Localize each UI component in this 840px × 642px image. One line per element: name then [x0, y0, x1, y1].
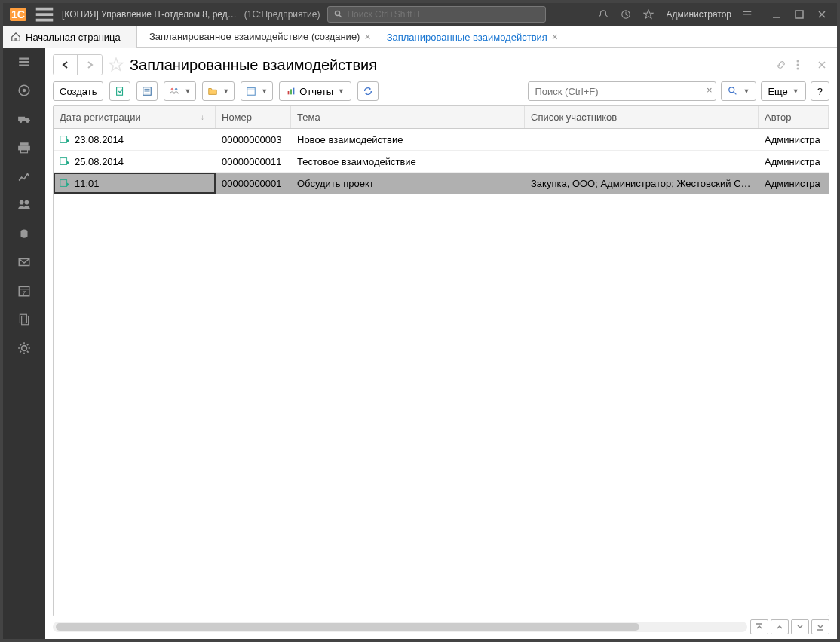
link-icon[interactable] [775, 59, 787, 71]
app-title: [КОПИЯ] Управление IT-отделом 8, ред… [62, 9, 237, 20]
cell-subject: Новое взаимодействие [291, 134, 525, 145]
help-label: ? [817, 86, 823, 97]
sidebar-gear-icon[interactable] [17, 341, 32, 356]
user-name[interactable]: Администратор [666, 9, 731, 20]
svg-rect-26 [288, 91, 290, 94]
svg-point-11 [25, 200, 29, 205]
tab-close-icon[interactable]: × [552, 31, 558, 43]
scroll-up-button[interactable] [771, 619, 789, 634]
main-menu-icon[interactable] [33, 3, 56, 26]
svg-rect-7 [20, 142, 28, 146]
col-subject[interactable]: Тема [291, 106, 525, 128]
sidebar-copy-icon[interactable] [17, 312, 32, 327]
folder-button[interactable]: ▼ [202, 81, 235, 101]
scroll-down-button[interactable] [791, 619, 809, 634]
scroll-top-button[interactable] [750, 619, 768, 634]
global-search[interactable] [327, 6, 546, 23]
sidebar-target-icon[interactable] [17, 83, 32, 98]
cell-date: 11:01 [54, 173, 216, 194]
page-title: Запланированные взаимодействия [130, 57, 377, 74]
search-input[interactable] [528, 81, 716, 101]
col-participants[interactable]: Список участников [525, 106, 759, 128]
cell-date: 23.08.2014 [54, 134, 216, 145]
star-icon[interactable] [643, 9, 655, 20]
tab-label: Запланированное взаимодействие (создание… [149, 31, 360, 42]
col-number[interactable]: Номер [216, 106, 291, 128]
more-dots-icon[interactable] [796, 59, 808, 71]
col-author[interactable]: Автор [759, 106, 829, 128]
history-icon[interactable] [621, 9, 633, 20]
table-body: 23.08.2014 00000000003 Новое взаимодейст… [54, 129, 829, 616]
sidebar-mail-icon[interactable] [17, 255, 32, 270]
svg-point-29 [729, 87, 734, 93]
sidebar-calendar-icon[interactable]: 7 [17, 283, 32, 298]
sync-button[interactable] [357, 81, 379, 101]
page-header: Запланированные взаимодействия [53, 54, 829, 75]
table-header: Дата регистрации↓ Номер Тема Список учас… [54, 106, 829, 129]
tab-item-2[interactable]: Запланированные взаимодействия × [379, 25, 566, 47]
search-button[interactable]: ▼ [721, 81, 756, 101]
date-button[interactable]: ▼ [241, 81, 273, 101]
forward-button[interactable] [78, 55, 102, 75]
col-date[interactable]: Дата регистрации↓ [54, 106, 216, 128]
logo: 1С [3, 8, 33, 21]
svg-point-10 [20, 200, 24, 205]
sidebar-money-icon[interactable] [17, 226, 32, 241]
sidebar-users-icon[interactable] [17, 197, 32, 212]
sidebar-chart-icon[interactable] [17, 169, 32, 184]
minimize-icon[interactable] [772, 10, 784, 19]
users-button[interactable]: ▼ [164, 81, 196, 101]
app-subtitle: (1С:Предприятие) [244, 9, 320, 20]
svg-point-19 [797, 64, 799, 66]
create-button[interactable]: Создать [53, 81, 103, 101]
table-row[interactable]: 11:01 00000000001 Обсудить проект Закупк… [54, 173, 829, 194]
cell-subject: Тестовое взаимодействие [291, 156, 525, 167]
sidebar-truck-icon[interactable] [17, 112, 32, 127]
toolbar: Создать ▼ ▼ ▼ Отчеты▼ × ▼ Еще▼ ? [53, 81, 829, 101]
horizontal-scrollbar[interactable] [53, 622, 747, 632]
refresh-button[interactable] [109, 81, 130, 101]
list-view-button[interactable] [136, 81, 158, 101]
page-close-icon[interactable] [817, 60, 829, 69]
favorite-star-icon[interactable] [109, 57, 124, 72]
tab-item-1[interactable]: Запланированное взаимодействие (создание… [142, 26, 379, 47]
svg-point-5 [20, 121, 22, 123]
cell-number: 00000000003 [216, 134, 291, 145]
svg-rect-30 [60, 136, 67, 143]
global-search-input[interactable] [347, 9, 460, 20]
cell-participants: Закупка, ООО; Администратор; Жестовский … [525, 178, 759, 189]
search-box: × [528, 81, 716, 101]
sort-icon: ↓ [201, 113, 204, 121]
more-label: Еще [768, 86, 787, 97]
scroll-bottom-button[interactable] [811, 619, 829, 634]
sidebar-list-icon[interactable] [17, 54, 32, 69]
svg-point-17 [22, 346, 27, 351]
sidebar-print-icon[interactable] [17, 140, 32, 155]
home-tab[interactable]: Начальная страница [3, 26, 137, 48]
maximize-icon[interactable] [795, 10, 807, 19]
settings-lines-icon[interactable] [742, 9, 754, 20]
more-button[interactable]: Еще▼ [761, 81, 805, 101]
table-row[interactable]: 25.08.2014 00000000011 Тестовое взаимоде… [54, 151, 829, 173]
svg-rect-21 [117, 87, 123, 96]
reports-label: Отчеты [299, 86, 333, 97]
svg-point-0 [336, 11, 340, 16]
svg-rect-25 [247, 88, 256, 96]
titlebar: 1С [КОПИЯ] Управление IT-отделом 8, ред…… [3, 3, 837, 26]
tab-label: Запланированные взаимодействия [387, 32, 547, 43]
svg-rect-28 [293, 88, 295, 95]
reports-button[interactable]: Отчеты▼ [279, 81, 351, 101]
svg-rect-2 [796, 11, 803, 18]
svg-rect-27 [290, 89, 292, 94]
create-label: Создать [60, 86, 97, 97]
tab-close-icon[interactable]: × [364, 31, 370, 43]
search-clear-icon[interactable]: × [707, 84, 713, 96]
help-button[interactable]: ? [811, 81, 829, 101]
svg-point-6 [26, 121, 29, 123]
bell-icon[interactable] [598, 9, 610, 20]
table-row[interactable]: 23.08.2014 00000000003 Новое взаимодейст… [54, 129, 829, 151]
back-button[interactable] [54, 55, 78, 75]
svg-point-4 [23, 89, 26, 93]
window-close-icon[interactable] [817, 10, 829, 19]
svg-rect-32 [60, 180, 67, 187]
